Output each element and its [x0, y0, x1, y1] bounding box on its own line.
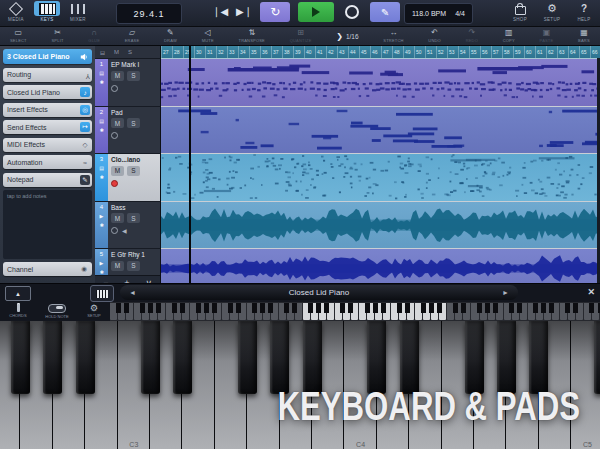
bars-icon: ▦	[580, 29, 588, 38]
mute-button[interactable]: M	[111, 166, 124, 176]
tool-glue[interactable]: ∩GLUE	[88, 29, 100, 43]
tool-mute[interactable]: ◁MUTE	[202, 29, 214, 43]
black-key[interactable]	[594, 321, 600, 394]
close-keyboard-button[interactable]: ✕	[587, 287, 595, 297]
time-display[interactable]: 29.4.1	[116, 3, 182, 24]
marker-pencil-button[interactable]: ✎	[370, 2, 400, 22]
solo-button[interactable]: S	[127, 213, 140, 223]
play-button[interactable]	[298, 2, 334, 22]
clip-pad[interactable]	[161, 107, 600, 155]
prev-instrument-button[interactable]: ◄	[129, 289, 136, 296]
tool-stretch[interactable]: ↔STRETCH	[383, 29, 403, 43]
tool-draw[interactable]: ✎DRAW	[164, 29, 177, 43]
monitor-speaker-icon[interactable]: ◀	[122, 227, 127, 234]
inspector-item-routing[interactable]: RoutingY	[3, 68, 92, 82]
freeze-icon[interactable]: ✱	[99, 269, 103, 275]
mute-button[interactable]: M	[111, 71, 124, 81]
freeze-icon[interactable]: ✱	[99, 127, 103, 133]
track-row-e-gtr-rhy-1[interactable]: 5▶✱E Gtr Rhy 1MS	[95, 249, 160, 275]
solo-button[interactable]: S	[127, 71, 140, 81]
inspector-item-notepad[interactable]: Notepad✎	[3, 173, 92, 187]
notepad-hint: tap to add notes	[7, 193, 46, 199]
topbar-button-setup[interactable]: ⚙SETUP	[538, 1, 566, 22]
record-arm-button[interactable]	[111, 180, 118, 187]
kb-control-chords[interactable]: CHORDS	[9, 304, 26, 318]
channel-button[interactable]: Channel ◉	[3, 262, 92, 276]
go-to-start-button[interactable]: ❘◀	[212, 2, 228, 22]
global-mute-label[interactable]: M	[114, 49, 119, 55]
track-row-ep-mark-i[interactable]: 1▤✱EP Mark IMS	[95, 59, 160, 107]
mute-button[interactable]: M	[111, 213, 124, 223]
freeze-icon[interactable]: ✱	[99, 222, 103, 228]
topbar-button-keys[interactable]: KEYS	[33, 1, 61, 22]
timeline-ruler[interactable]: 2728293031323334353637383940414243444546…	[161, 46, 600, 59]
kb-control-hold-note[interactable]: HOLD NOTE	[45, 304, 68, 319]
record-button[interactable]	[342, 2, 362, 22]
tool-erase[interactable]: ▱ERASE	[125, 29, 140, 43]
go-to-end-button[interactable]: ▶❘	[236, 2, 252, 22]
notepad-content[interactable]: tap to add notes	[3, 190, 92, 259]
clip-e-gtr-rhy-1[interactable]	[161, 249, 600, 283]
ruler-bar-number: 61	[535, 46, 546, 58]
tool-label: SPLIT	[51, 39, 63, 43]
tool-bars[interactable]: ▦BARS	[578, 29, 590, 43]
record-arm-button[interactable]	[111, 227, 118, 234]
track-row-pad[interactable]: 2▤✱PadMS	[95, 107, 160, 155]
instrument-selector[interactable]: ◄ Closed Lid Piano ►	[120, 285, 518, 300]
navigator-black-key	[429, 303, 434, 313]
tool-split[interactable]: ✂SPLIT	[51, 29, 63, 43]
tool-redo[interactable]: ↷REDO	[466, 29, 478, 43]
arrangement-area[interactable]: 2728293031323334353637383940414243444546…	[161, 46, 600, 283]
track-row-clo-iano[interactable]: 3▤✱Clo...ianoMS	[95, 154, 160, 202]
playhead[interactable]	[189, 46, 191, 283]
tool-copy[interactable]: ▥COPY	[503, 29, 515, 43]
topbar-button-label: KEYS	[40, 17, 53, 22]
mute-button[interactable]: M	[111, 261, 124, 271]
topbar-button-shop[interactable]: SHOP	[506, 1, 534, 22]
black-key[interactable]	[238, 321, 257, 394]
inspector-item-insert-effects[interactable]: Insert Effects◎	[3, 103, 92, 117]
inspector-item-closed-lid-piano[interactable]: Closed Lid Piano♪	[3, 85, 92, 99]
mute-button[interactable]: M	[111, 118, 124, 128]
record-arm-button[interactable]	[111, 132, 118, 139]
kb-control-setup[interactable]: ⚙SETUP	[87, 304, 100, 318]
tool-quantize[interactable]: ⊞QUANTIZE	[290, 29, 312, 43]
record-arm-button[interactable]	[111, 85, 118, 92]
solo-button[interactable]: S	[127, 166, 140, 176]
next-instrument-button[interactable]: ►	[502, 289, 509, 296]
black-key[interactable]	[173, 321, 192, 394]
track-row-bass[interactable]: 4▶✱BassMS◀	[95, 202, 160, 250]
solo-button[interactable]: S	[127, 261, 140, 271]
clip-ep-mark-i[interactable]	[161, 59, 600, 107]
black-key[interactable]	[141, 321, 160, 394]
clip-bass[interactable]	[161, 202, 600, 250]
inspector-item-send-effects[interactable]: Send Effects↦	[3, 120, 92, 134]
keyboard-range-navigator[interactable]	[110, 302, 600, 321]
cycle-loop-button[interactable]: ↻	[260, 2, 290, 22]
topbar-button-mixer[interactable]: MIXER	[64, 1, 92, 22]
snap-value-selector[interactable]: ❯1/16	[336, 32, 358, 41]
inspector-header[interactable]: 3 Closed Lid Piano	[3, 49, 92, 64]
freeze-icon[interactable]: ✱	[99, 79, 103, 85]
black-key[interactable]	[43, 321, 62, 394]
inspector-item-midi-effects[interactable]: MIDI Effects◇	[3, 138, 92, 152]
solo-button[interactable]: S	[127, 118, 140, 128]
fold-tracks-icon[interactable]: ⊟	[100, 49, 105, 56]
track-main: PadMS	[108, 107, 160, 154]
tool-select[interactable]: ▭SELECT	[10, 29, 27, 43]
kb-control-label: HOLD NOTE	[45, 314, 68, 319]
clip-clo-iano[interactable]	[161, 154, 600, 202]
topbar-button-help[interactable]: ?HELP	[570, 1, 598, 22]
black-key[interactable]	[11, 321, 30, 394]
inspector-item-automation[interactable]: Automation≈	[3, 155, 92, 169]
tool-undo[interactable]: ↶UNDO	[428, 29, 441, 43]
tool-paste[interactable]: ▣PASTE	[540, 29, 554, 43]
hide-keyboard-button[interactable]: ▲	[5, 286, 31, 301]
tool-transpose[interactable]: ⇅TRANSPOSE	[238, 29, 264, 43]
black-key[interactable]	[76, 321, 95, 394]
topbar-button-media[interactable]: MEDIA	[2, 1, 30, 22]
keys-mode-button[interactable]	[90, 285, 114, 302]
tempo-display[interactable]: 118.0 BPM 4/4	[404, 3, 473, 24]
freeze-icon[interactable]: ✱	[99, 174, 103, 180]
global-solo-label[interactable]: S	[128, 49, 132, 55]
